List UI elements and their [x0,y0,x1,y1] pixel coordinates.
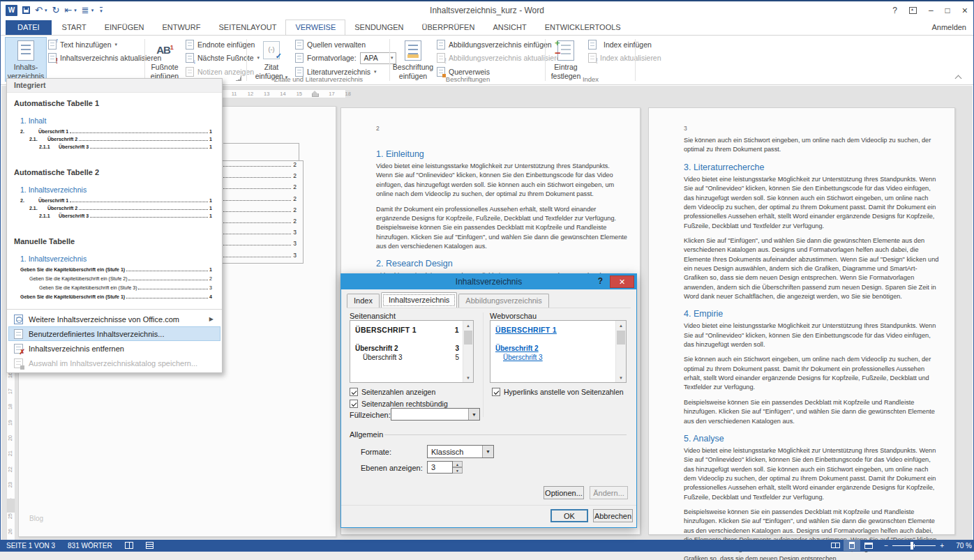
dialog-title-bar[interactable]: Inhaltsverzeichnis ? ✕ [341,274,636,289]
list-shortcut-dropdown-icon[interactable]: ▾ [91,8,94,13]
read-mode-button[interactable] [827,540,844,551]
word-count[interactable]: 831 WÖRTER [68,542,112,550]
table-of-figures-icon [437,40,445,50]
menu-item-custom-toc[interactable]: Benutzerdefiniertes Inhaltsverzeichnis..… [8,326,220,341]
menu-item-remove-toc[interactable]: Inhaltsverzeichnis entfernen [8,341,220,356]
scrollbar-thumb[interactable] [617,331,625,345]
scroll-down-icon[interactable]: ▼ [463,373,473,382]
preview-row: Überschrift 2 [495,345,612,352]
preview-scrollbar[interactable]: ▲▼ [615,321,626,382]
dialog-help-button[interactable]: ? [598,276,603,286]
list-shortcut-icon[interactable]: ≣ [82,6,89,15]
zoom-slider-thumb[interactable] [911,542,913,550]
dialog-tab-abbildungsverzeichnis[interactable]: Abbildungsverzeichnis [458,294,548,308]
dialog-tab-inhaltsverzeichnis[interactable]: Inhaltsverzeichnis [381,292,457,308]
ribbon-tab[interactable]: ENTWICKLERTOOLS [536,20,630,35]
dropdown-arrow-icon[interactable]: ▼ [482,446,493,457]
zoom-in-button[interactable]: + [940,542,944,550]
group-label-zitate: Zitate und Literaturverzeichnis [248,75,389,83]
preview-row: ÜBERSCHRIFT 11 [355,326,459,334]
preview-row: Überschrift 35 [355,354,459,361]
read-mode-icon [831,543,840,548]
close-button[interactable]: × [962,6,968,15]
dialog-close-button[interactable]: ✕ [610,275,634,288]
redo-icon[interactable]: ↻ [52,6,59,15]
ribbon-display-options-button[interactable] [909,7,917,14]
checkbox-checked-icon[interactable] [350,400,358,408]
insert-footnote-button[interactable]: AB1 Fußnote einfügen [145,37,184,82]
ribbon-tab[interactable]: EINFÜGEN [96,20,153,35]
footnote-shortcut-icon[interactable]: ⇤ [64,6,72,15]
maximize-button[interactable]: □ [945,6,950,15]
manage-sources-button[interactable]: Quellen verwalten [295,38,396,52]
update-toc-icon [48,53,57,63]
footnotes-dialog-launcher-icon[interactable] [236,75,241,81]
dropdown-arrow-icon[interactable]: ▼ [468,409,479,420]
web-preview-box: ÜBERSCHRIFT 1Überschrift 2Überschrift 3 … [490,320,627,383]
cancel-button[interactable]: Abbrechen [593,509,633,522]
zoom-level[interactable]: 70 % [950,542,973,550]
ribbon-tab[interactable]: DATEI [6,20,52,35]
save-icon[interactable] [22,6,30,14]
ruler-number: 13 [259,91,275,97]
qat-customize-icon[interactable]: ▾ [100,7,103,14]
formats-select[interactable]: Klassisch▼ [427,445,494,458]
preview-row: Überschrift 3 [495,354,612,361]
gallery-item-automatic-table-2[interactable]: Automatische Tabelle 2 1. Inhaltsverzeic… [14,168,212,221]
minimize-button[interactable]: – [929,6,934,15]
print-preview-box: ÜBERSCHRIFT 11Überschrift 23Überschrift … [350,320,474,383]
document-page-3[interactable]: 3 Sie können auch ein Stichwort eingeben… [648,107,955,535]
ribbon-tab[interactable]: START [53,20,96,35]
dialog-tab-index[interactable]: Index [347,294,380,308]
scroll-up-icon[interactable]: ▲ [463,321,473,330]
print-layout-button[interactable] [844,540,860,551]
ruler-number: 17 [3,387,18,395]
options-button[interactable]: Optionen... [544,486,584,499]
indent-marker-icon[interactable] [307,91,323,97]
gallery-item-manual-table[interactable]: Manuelle Tabelle 1. Inhaltsverzeichnis G… [14,237,212,303]
page-indicator[interactable]: SEITE 1 VON 3 [6,542,55,550]
next-footnote-icon [186,53,194,63]
ribbon-tab[interactable]: ÜBERPRÜFEN [413,20,484,35]
ribbon-tab[interactable]: ANSICHT [484,20,535,35]
show-levels-spinner[interactable]: 3 ▲▼ [427,461,463,474]
gallery-item-automatic-table-1[interactable]: Automatische Tabelle 1 1. Inhalt 2.Übers… [14,99,212,152]
spinner-down-icon[interactable]: ▼ [453,467,463,474]
footnote-shortcut-dropdown-icon[interactable]: ▾ [74,8,77,13]
macro-recording-icon[interactable] [146,542,153,549]
hyperlinks-checkbox[interactable]: Hyperlinks anstelle von Seitenzahlen [492,388,624,396]
ribbon-tab[interactable]: SENDUNGEN [345,20,412,35]
show-page-numbers-checkbox[interactable]: Seitenzahlen anzeigen [350,388,435,396]
document-block: 2. Research Design [376,257,627,270]
help-button[interactable]: ? [892,6,897,15]
right-align-page-numbers-checkbox[interactable]: Seitenzahlen rechtsbündig [350,400,448,408]
zoom-out-button[interactable]: − [884,542,888,550]
checkbox-checked-icon[interactable] [350,388,358,396]
ribbon-tab[interactable]: SEITENLAYOUT [209,20,285,35]
scroll-down-icon[interactable]: ▼ [616,373,626,382]
checkbox-checked-icon[interactable] [492,388,500,396]
undo-icon[interactable]: ↶ [35,6,43,15]
scrollbar-thumb[interactable] [464,331,472,345]
group-label-beschriftungen: Beschriftungen [391,75,545,83]
collapse-ribbon-icon[interactable] [956,74,962,80]
word-logo-icon[interactable]: W [6,5,17,16]
preview-scrollbar[interactable]: ▲▼ [463,321,473,382]
scroll-up-icon[interactable]: ▲ [616,321,626,330]
tab-leader-select[interactable]: ▼ [391,408,480,421]
insert-index-button[interactable]: Index einfügen [588,38,661,52]
toc-button[interactable]: Inhalts- verzeichnis ▾ [5,37,47,82]
sign-in-link[interactable]: Anmelden [931,23,966,31]
spinner-up-icon[interactable]: ▲ [453,461,463,467]
proofing-status-icon[interactable] [125,542,133,549]
ribbon-tab[interactable]: VERWEISE [285,20,345,36]
zoom-slider[interactable] [892,545,936,546]
show-levels-value[interactable]: 3 [427,461,453,474]
undo-dropdown-icon[interactable]: ▾ [45,8,47,13]
document-block: Video bietet eine leistungsstarke Möglic… [376,162,627,199]
menu-item-more-tocs-office[interactable]: Weitere Inhaltsverzeichnisse von Office.… [8,312,220,326]
update-index-button: Index aktualisieren [588,52,661,66]
web-layout-button[interactable] [860,540,877,551]
ribbon-tab[interactable]: ENTWURF [153,20,209,35]
ok-button[interactable]: OK [550,509,588,522]
